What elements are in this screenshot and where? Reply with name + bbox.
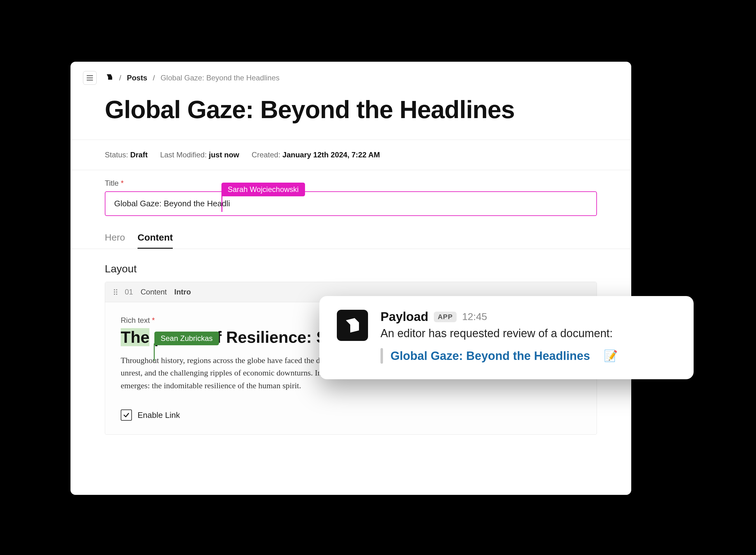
layout-heading: Layout	[71, 249, 631, 282]
title-label-text: Title	[105, 179, 119, 187]
breadcrumb-collection[interactable]: Posts	[127, 74, 147, 82]
modified-value: just now	[209, 151, 239, 159]
enable-link-checkbox[interactable]	[121, 410, 132, 421]
collaborator-caret-green	[154, 343, 155, 361]
collaborator-caret	[222, 196, 223, 212]
toast-document-link[interactable]: Global Gaze: Beyond the Headlines	[391, 349, 590, 363]
toast-app-icon	[337, 310, 368, 341]
tab-content[interactable]: Content	[137, 232, 173, 249]
payload-logo-icon	[344, 316, 361, 334]
title-input[interactable]	[105, 191, 597, 216]
title-field-label: Title *	[105, 179, 597, 187]
collaborator-tag-sarah: Sarah Wojciechowski	[222, 183, 305, 196]
modified-meta: Last Modified: just now	[160, 151, 239, 159]
created-meta: Created: January 12th 2024, 7:22 AM	[252, 151, 380, 159]
breadcrumb-current: Global Gaze: Beyond the Headlines	[161, 74, 280, 82]
drag-handle-icon[interactable]	[114, 289, 117, 295]
toast-body: Payload APP 12:45 An editor has requeste…	[381, 310, 676, 364]
toast-link-row: Global Gaze: Beyond the Headlines 📝	[381, 348, 676, 364]
created-value: January 12th 2024, 7:22 AM	[283, 151, 380, 159]
block-index: 01	[125, 288, 133, 296]
notification-toast: Payload APP 12:45 An editor has requeste…	[319, 296, 693, 379]
toast-app-badge: APP	[434, 312, 456, 322]
richtext-label-text: Rich text	[121, 316, 150, 325]
toast-app-name: Payload	[381, 310, 428, 324]
title-input-wrap: Sarah Wojciechowski	[105, 191, 597, 216]
block-kind: Content	[141, 288, 167, 296]
tabs: Hero Content	[71, 216, 631, 249]
created-label: Created:	[252, 151, 280, 159]
hamburger-menu-button[interactable]	[83, 71, 97, 85]
logo-icon[interactable]	[106, 73, 114, 83]
title-field-block: Title * Sarah Wojciechowski	[71, 170, 631, 216]
quote-bar-icon	[381, 348, 383, 364]
memo-emoji-icon: 📝	[604, 349, 618, 362]
document-meta: Status: Draft Last Modified: just now Cr…	[71, 140, 631, 170]
collaborator-tag-sean: Sean Zubrickas	[154, 332, 219, 345]
required-asterisk: *	[121, 179, 123, 187]
enable-link-label: Enable Link	[137, 411, 180, 420]
breadcrumb-separator: /	[119, 74, 121, 82]
tab-hero[interactable]: Hero	[105, 232, 125, 249]
block-variant: Intro	[174, 288, 191, 296]
status-value: Draft	[130, 151, 148, 159]
page-title: Global Gaze: Beyond the Headlines	[71, 92, 631, 140]
topbar: / Posts / Global Gaze: Beyond the Headli…	[71, 62, 631, 92]
required-asterisk: *	[152, 316, 155, 325]
status-label: Status:	[105, 151, 128, 159]
highlighted-selection: The	[121, 328, 149, 346]
toast-header: Payload APP 12:45	[381, 310, 676, 324]
check-icon	[123, 412, 130, 419]
cms-window: / Posts / Global Gaze: Beyond the Headli…	[71, 62, 631, 495]
modified-label: Last Modified:	[160, 151, 206, 159]
toast-timestamp: 12:45	[462, 311, 487, 323]
breadcrumb-separator: /	[153, 74, 155, 82]
toast-message: An editor has requested review of a docu…	[381, 327, 676, 340]
enable-link-row: Enable Link	[121, 410, 581, 421]
status-meta: Status: Draft	[105, 151, 148, 159]
